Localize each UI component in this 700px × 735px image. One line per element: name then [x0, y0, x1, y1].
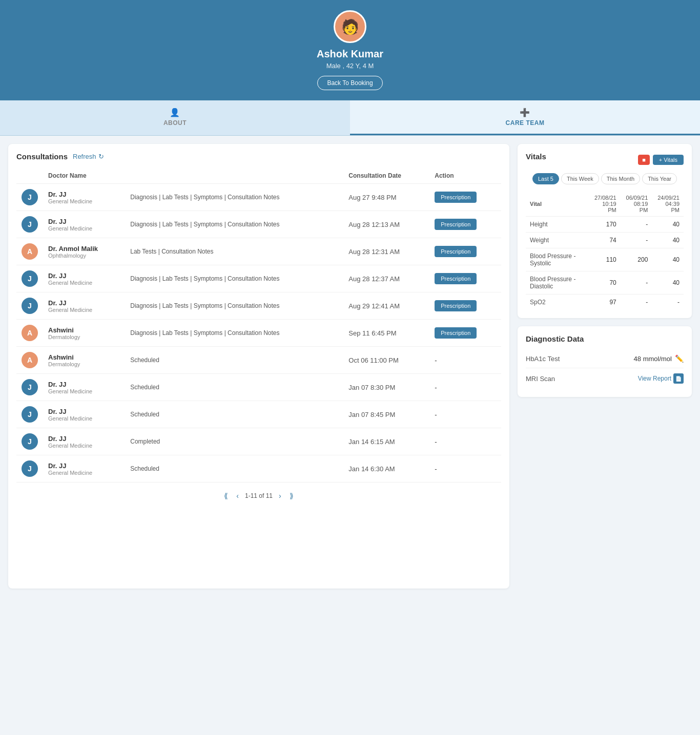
doctor-specialty: General Medicine [48, 225, 120, 232]
table-row: J Dr. JJ General Medicine Completed Jan … [16, 428, 501, 455]
consultations-panel: Consultations Refresh ↻ Doctor Name Cons… [8, 144, 509, 589]
vitals-actions: ■ + Vitals [638, 155, 684, 165]
row-date-cell: Sep 11 6:45 PM [343, 320, 429, 347]
vital-v3: - [652, 295, 684, 310]
prescription-button[interactable]: Prescription [435, 219, 477, 230]
row-doctor-cell: Dr. JJ General Medicine [43, 455, 125, 482]
prescription-button[interactable]: Prescription [435, 327, 477, 339]
vital-v3: 40 [652, 217, 684, 233]
row-notes-cell: Diagnosis | Lab Tests | Symptoms | Consu… [125, 320, 343, 347]
col-doctor-name: Doctor Name [43, 168, 125, 184]
row-action-cell: - [429, 374, 501, 401]
doctor-avatar: J [22, 189, 38, 205]
diagnostic-label: MRI Scan [526, 375, 555, 383]
vitals-card: Vitals ■ + Vitals Last 5 This Week This … [518, 144, 692, 318]
row-doctor-cell: Ashwini Dermatology [43, 347, 125, 374]
vitals-col-date2: 06/09/21 08:19 PM [621, 192, 652, 217]
prescription-button[interactable]: Prescription [435, 300, 477, 311]
row-notes-cell: Scheduled [125, 374, 343, 401]
row-notes-cell: Diagnosis | Lab Tests | Symptoms | Consu… [125, 184, 343, 211]
vitals-time1: 10:19 PM [602, 201, 616, 213]
doctor-specialty: Dermatology [48, 361, 120, 367]
row-avatar-cell: J [16, 374, 43, 401]
page-prev-button[interactable]: ‹ [234, 491, 241, 501]
add-vitals-button[interactable]: + Vitals [653, 155, 684, 165]
table-row: J Dr. JJ General Medicine Diagnosis | La… [16, 292, 501, 320]
doctor-avatar: J [22, 216, 38, 233]
row-action-cell: Prescription [429, 292, 501, 320]
doctor-name: Dr. JJ [48, 272, 120, 280]
row-date-cell: Jan 07 8:30 PM [343, 374, 429, 401]
doctor-avatar: J [22, 379, 38, 395]
prescription-button[interactable]: Prescription [435, 192, 477, 203]
diagnostic-rows: HbA1c Test 48 mmol/mol ✏️ MRI Scan View … [526, 349, 684, 389]
row-action-cell: - [429, 401, 501, 428]
period-thisweek-button[interactable]: This Week [561, 173, 599, 184]
row-notes-cell: Lab Tests | Consultation Notes [125, 238, 343, 265]
view-report-button[interactable]: View Report 📄 [638, 373, 684, 384]
edit-icon[interactable]: ✏️ [675, 354, 684, 363]
vitals-row: Height 170 - 40 [526, 217, 684, 233]
prescription-button[interactable]: Prescription [435, 246, 477, 257]
doctor-specialty: General Medicine [48, 415, 120, 422]
row-avatar-cell: A [16, 320, 43, 347]
action-dash: - [435, 465, 437, 473]
page-last-button[interactable]: ⟫ [287, 491, 296, 501]
tab-care-team[interactable]: ➕ CARE TEAM [350, 100, 700, 135]
pagination: ⟪ ‹ 1-11 of 11 › ⟫ [16, 482, 501, 505]
vitals-date3: 24/09/21 [657, 195, 680, 201]
row-date-cell: Jan 14 6:15 AM [343, 428, 429, 455]
refresh-button[interactable]: Refresh ↻ [73, 153, 104, 160]
row-date-cell: Oct 06 11:00 PM [343, 347, 429, 374]
row-action-cell: - [429, 428, 501, 455]
doctor-specialty: Ophthalmology [48, 253, 120, 259]
row-notes-cell: Completed [125, 428, 343, 455]
period-thismonth-button[interactable]: This Month [601, 173, 640, 184]
refresh-icon: ↻ [98, 153, 104, 160]
vital-v2: 200 [621, 248, 652, 271]
prescription-button[interactable]: Prescription [435, 273, 477, 284]
col-avatar [16, 168, 43, 184]
doctor-avatar: A [22, 325, 38, 341]
col-consultation-date: Consultation Date [343, 168, 429, 184]
tab-about[interactable]: 👤 ABOUT [0, 100, 350, 135]
vitals-col-date1: 27/08/21 10:19 PM [589, 192, 621, 217]
refresh-label: Refresh [73, 153, 96, 160]
doctor-name: Dr. JJ [48, 218, 120, 225]
page-first-button[interactable]: ⟪ [222, 491, 230, 501]
row-date-cell: Jan 07 8:45 PM [343, 401, 429, 428]
doctor-name: Dr. JJ [48, 191, 120, 198]
vitals-col-date3: 24/09/21 04:39 PM [652, 192, 684, 217]
row-doctor-cell: Dr. JJ General Medicine [43, 211, 125, 238]
back-to-booking-button[interactable]: Back To Booking [317, 76, 382, 90]
row-notes-cell: Scheduled [125, 401, 343, 428]
period-last5-button[interactable]: Last 5 [532, 173, 559, 184]
consultations-title: Consultations [16, 152, 68, 161]
table-row: J Dr. JJ General Medicine Scheduled Jan … [16, 455, 501, 482]
doctor-specialty: General Medicine [48, 198, 120, 204]
table-row: A Ashwini Dermatology Diagnosis | Lab Te… [16, 320, 501, 347]
doctor-avatar: J [22, 433, 38, 450]
diagnostic-value: 48 mmol/mol ✏️ [634, 354, 684, 363]
nav-tabs: 👤 ABOUT ➕ CARE TEAM [0, 100, 700, 136]
doctor-name: Dr. JJ [48, 408, 120, 415]
action-dash: - [435, 356, 437, 364]
row-avatar-cell: J [16, 428, 43, 455]
vitals-table: Vital 27/08/21 10:19 PM 06/09/21 08:19 P… [526, 192, 684, 310]
period-filter: Last 5 This Week This Month This Year [526, 173, 684, 184]
row-date-cell: Aug 27 9:48 PM [343, 184, 429, 211]
about-icon: 👤 [170, 108, 180, 117]
doctor-name: Ashwini [48, 326, 120, 334]
page-next-button[interactable]: › [277, 491, 283, 501]
row-action-cell: Prescription [429, 184, 501, 211]
action-dash: - [435, 411, 437, 418]
row-doctor-cell: Dr. JJ General Medicine [43, 265, 125, 292]
row-avatar-cell: A [16, 238, 43, 265]
vital-v1: 170 [589, 217, 621, 233]
vitals-square-button[interactable]: ■ [638, 155, 650, 165]
tab-care-team-label: CARE TEAM [506, 119, 545, 127]
row-doctor-cell: Dr. JJ General Medicine [43, 428, 125, 455]
vital-v1: 110 [589, 248, 621, 271]
period-thisyear-button[interactable]: This Year [642, 173, 677, 184]
vital-v2: - [621, 271, 652, 295]
